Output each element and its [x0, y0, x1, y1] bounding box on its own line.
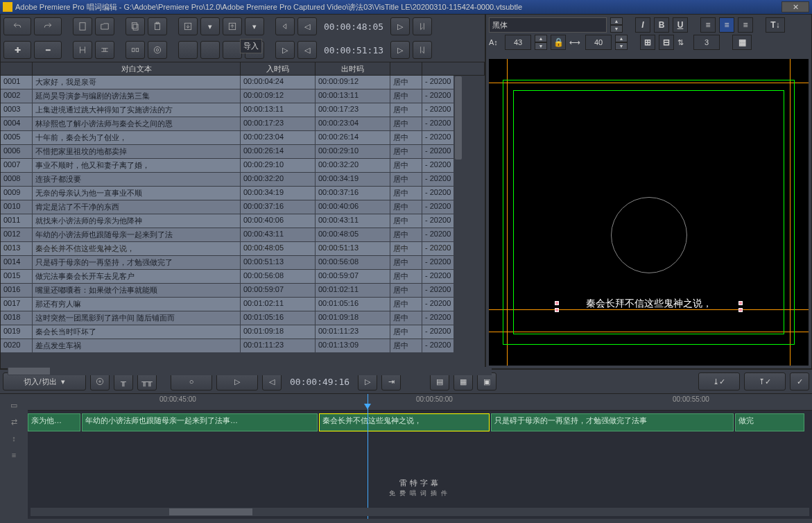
import-dropdown[interactable]: ▾: [200, 17, 220, 35]
table-row[interactable]: 0004林珍熙也了解小谤法师与秦会长之间的恩00:00:17:2300:00:2…: [1, 117, 454, 131]
hscrollbar[interactable]: [8, 368, 50, 375]
tool5-button[interactable]: [223, 41, 242, 59]
tracking-spin[interactable]: ▲▼: [615, 35, 628, 50]
svg-rect-8: [136, 49, 139, 52]
prev-mark-button[interactable]: [275, 17, 295, 35]
col-in[interactable]: 入时码: [241, 62, 316, 75]
align-right-button[interactable]: ≡: [738, 17, 753, 33]
mark-out-button[interactable]: [413, 41, 432, 59]
table-row[interactable]: 0013秦会长并不信这些鬼神之说，00:00:48:0500:00:51:13居…: [1, 242, 454, 256]
tl-icon-1[interactable]: ▭: [7, 400, 21, 411]
play-button[interactable]: ▷: [275, 41, 295, 59]
vertical-text-button[interactable]: T↓: [766, 17, 785, 33]
tl-icon-2[interactable]: ⇄: [7, 416, 21, 427]
tracking-input[interactable]: 40: [585, 35, 612, 50]
table-row[interactable]: 0014只是碍于母亲的一再坚持，才勉强做完了00:00:51:1300:00:5…: [1, 256, 454, 270]
new-button[interactable]: [73, 17, 92, 35]
font-size-input[interactable]: 43: [505, 35, 531, 50]
playhead[interactable]: [368, 394, 368, 519]
misc-icon: ⇅: [677, 38, 690, 47]
col-align[interactable]: [390, 62, 422, 75]
col-id[interactable]: [1, 62, 33, 75]
timeline-clip[interactable]: 年幼的小谤法师也跟随母亲一起来到了法事…: [82, 413, 318, 431]
close-button[interactable]: ✕: [781, 1, 809, 12]
table-row[interactable]: 0011就找来小谤法师的母亲为他降神00:00:40:0600:00:43:11…: [1, 214, 454, 228]
bold-button[interactable]: B: [654, 17, 669, 33]
import-button[interactable]: [178, 17, 198, 35]
table-row[interactable]: 0018这时突然一团黑影到了路中间 随后铺面而00:01:05:1600:01:…: [1, 311, 454, 325]
step-back-button[interactable]: ◁: [297, 17, 317, 35]
table-row[interactable]: 0009无奈的母亲认为他一直事业不顺00:00:34:1900:00:37:16…: [1, 187, 454, 200]
timeline-ruler[interactable]: 00:00:45:0000:00:50:0000:00:55:00: [28, 394, 812, 411]
timeline-hscroll[interactable]: [31, 508, 809, 516]
split-button[interactable]: [73, 41, 92, 59]
table-row[interactable]: 0002延尚昊导演参与编剧的谤法第三集00:00:09:1200:00:13:1…: [1, 89, 454, 103]
export-button[interactable]: [223, 17, 242, 35]
tool2-button[interactable]: [148, 41, 167, 59]
tl-icon-4[interactable]: ≡: [7, 449, 21, 461]
timecode-out[interactable]: 00:00:51:13: [320, 45, 388, 55]
timecode-current[interactable]: 00:00:49:16: [286, 377, 354, 387]
timeline-track[interactable]: 亲为他…年幼的小谤法师也跟随母亲一起来到了法事…秦会长并不信这些鬼神之说，只是碍…: [28, 413, 812, 433]
paste-button[interactable]: [148, 17, 167, 35]
vscrollbar[interactable]: [454, 76, 463, 367]
table-row[interactable]: 0017那还有穷人嘛00:01:02:1100:01:05:16居中- 2020…: [1, 298, 454, 311]
timeline-clip[interactable]: 亲为他…: [28, 413, 80, 431]
table-row[interactable]: 0007事业不顺时，他又和妻子离了婚，00:00:29:1000:00:32:2…: [1, 159, 454, 173]
col-date[interactable]: [422, 62, 485, 75]
table-header: 对白文本 入时码 出时码: [1, 62, 485, 76]
app-icon: [3, 2, 12, 12]
opt1-button[interactable]: ⊞: [640, 35, 655, 50]
preview-subtitle[interactable]: 秦会长拜不信这些鬼神之说，: [586, 298, 712, 310]
preview-canvas[interactable]: 秦会长拜不信这些鬼神之说，: [489, 59, 809, 366]
table-row[interactable]: 0019秦会长当时吓坏了00:01:09:1800:01:11:23居中- 20…: [1, 325, 454, 339]
timeline-clip[interactable]: 做完: [735, 413, 804, 431]
timeline-clip[interactable]: 只是碍于母亲的一再坚持，才勉强做完了法事: [491, 413, 734, 431]
step-fwd-button[interactable]: ▷: [390, 17, 410, 35]
size-spin[interactable]: ▲▼: [535, 35, 547, 50]
apply-all-button[interactable]: ✓: [790, 372, 809, 391]
table-row[interactable]: 0005十年前，秦会长为了创业，00:00:23:0400:00:26:14居中…: [1, 131, 454, 145]
table-body: 0001大家好，我是泉哥00:00:04:2400:00:09:12居中- 20…: [1, 76, 454, 367]
misc-input[interactable]: 3: [693, 35, 720, 50]
add-button[interactable]: ✚: [3, 41, 31, 59]
timeline-clip[interactable]: 秦会长并不信这些鬼神之说，: [319, 413, 490, 431]
opt2-button[interactable]: ⊟: [659, 35, 674, 50]
step-fwd2-button[interactable]: ▷: [390, 41, 410, 59]
tool3-button[interactable]: [178, 41, 198, 59]
lock-button[interactable]: 🔒: [551, 35, 566, 50]
redo-button[interactable]: [34, 17, 62, 35]
col-out[interactable]: 出时码: [316, 62, 390, 75]
apply-out-button[interactable]: ⤒✓: [744, 372, 786, 391]
timecode-in[interactable]: 00:00:48:05: [320, 22, 388, 32]
table-row[interactable]: 0016嘴里还嘟囔着：如果做个法事就能顺00:00:59:0700:01:02:…: [1, 284, 454, 298]
tl-icon-3[interactable]: ↕: [7, 433, 21, 444]
table-row[interactable]: 0012年幼的小谤法师也跟随母亲一起来到了法00:00:43:1100:00:4…: [1, 228, 454, 242]
copy-button[interactable]: [126, 17, 145, 35]
underline-button[interactable]: U: [673, 17, 688, 33]
font-family-combo[interactable]: 黑体: [489, 17, 607, 33]
grid-button[interactable]: ▦: [732, 35, 752, 50]
merge-button[interactable]: [95, 41, 114, 59]
tool4-button[interactable]: [200, 41, 220, 59]
tool1-button[interactable]: [126, 41, 145, 59]
italic-button[interactable]: I: [635, 17, 650, 33]
export-dropdown[interactable]: ▾: [245, 17, 264, 35]
table-row[interactable]: 0006不惜把家里祖坟的地都卖掉00:00:26:1400:00:29:10居中…: [1, 145, 454, 159]
align-left-button[interactable]: ≡: [700, 17, 716, 33]
step-back2-button[interactable]: ◁: [297, 41, 317, 59]
table-row[interactable]: 0010肯定是沾了不干净的东西00:00:37:1600:00:40:06居中-…: [1, 200, 454, 214]
align-center-button[interactable]: ≡: [719, 17, 734, 33]
table-row[interactable]: 0020差点发生车祸00:01:11:2300:01:13:09居中- 2020…: [1, 339, 454, 353]
col-text[interactable]: 对白文本: [33, 62, 241, 75]
open-button[interactable]: [95, 17, 114, 35]
mark-in-button[interactable]: [413, 17, 432, 35]
table-row[interactable]: 0003上集进境通过跳大神得知了实施谤法的方00:00:13:1100:00:1…: [1, 103, 454, 117]
font-spin[interactable]: ▲▼: [610, 17, 623, 33]
table-row[interactable]: 0008连孩子都没要00:00:32:2000:00:34:19居中- 2020…: [1, 173, 454, 187]
undo-button[interactable]: [3, 17, 31, 35]
remove-button[interactable]: ━: [34, 41, 62, 59]
apply-in-button[interactable]: ⤓✓: [698, 372, 740, 391]
table-row[interactable]: 0015做完法事秦会长开车去见客户00:00:56:0800:00:59:07居…: [1, 270, 454, 284]
table-row[interactable]: 0001大家好，我是泉哥00:00:04:2400:00:09:12居中- 20…: [1, 76, 454, 89]
